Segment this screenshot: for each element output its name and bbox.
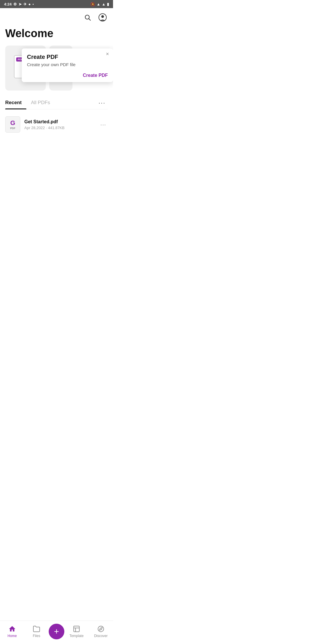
status-right: 🔕 ▲ ▲ ▮ xyxy=(90,2,109,6)
tab-recent[interactable]: Recent xyxy=(5,97,26,109)
svg-line-1 xyxy=(89,19,91,21)
status-left: 4:24 ⚙ ➤ ✈ ● ● xyxy=(4,2,34,6)
whatsapp-icon: ● xyxy=(28,2,31,6)
status-time: 4:24 xyxy=(4,2,12,6)
tab-all-pdfs[interactable]: All PDFs xyxy=(26,97,55,109)
profile-button[interactable] xyxy=(97,12,108,23)
wifi-icon: ▲ xyxy=(97,2,100,6)
file-list: G PDF Get Started.pdf Apr 28,2022 · 441.… xyxy=(0,109,113,140)
status-bar: 4:24 ⚙ ➤ ✈ ● ● 🔕 ▲ ▲ ▮ xyxy=(0,0,113,8)
battery-icon: ▮ xyxy=(107,2,109,6)
file-thumbnail: G PDF xyxy=(5,116,20,133)
tooltip-action-area: Create PDF xyxy=(27,73,108,78)
file-more-button[interactable]: ··· xyxy=(99,120,108,130)
file-thumb-type: PDF xyxy=(10,127,15,130)
send-slash-icon: ✈ xyxy=(23,2,27,6)
account-icon xyxy=(99,13,107,21)
tooltip-title: Create PDF xyxy=(27,54,108,60)
svg-point-3 xyxy=(101,15,104,18)
gear-icon: ⚙ xyxy=(13,2,17,6)
header xyxy=(0,8,113,24)
create-pdf-tooltip: × Create PDF Create your own PDF file Cr… xyxy=(22,48,113,82)
signal-icon: ▲ xyxy=(102,2,105,6)
send-icon: ➤ xyxy=(19,2,22,6)
welcome-section: Welcome xyxy=(0,24,113,46)
cards-row: PDF + × Create PDF Create your own PDF f… xyxy=(0,46,113,91)
welcome-title: Welcome xyxy=(5,27,108,40)
create-pdf-action-button[interactable]: Create PDF xyxy=(83,73,108,78)
tooltip-close-button[interactable]: × xyxy=(106,51,109,57)
bell-slash-icon: 🔕 xyxy=(90,2,95,6)
file-thumb-letter: G xyxy=(10,119,15,127)
dot-icon: ● xyxy=(32,3,34,6)
tabs-header: Recent All PDFs ··· xyxy=(5,97,108,109)
search-button[interactable] xyxy=(82,12,93,23)
tabs-more-button[interactable]: ··· xyxy=(96,98,108,108)
file-name: Get Started.pdf xyxy=(24,119,94,124)
file-meta: Apr 28,2022 · 441.87KB xyxy=(24,126,94,130)
table-row[interactable]: G PDF Get Started.pdf Apr 28,2022 · 441.… xyxy=(5,112,108,137)
search-icon xyxy=(84,14,91,21)
tabs-list: Recent All PDFs xyxy=(5,97,55,109)
file-info: Get Started.pdf Apr 28,2022 · 441.87KB xyxy=(24,119,94,130)
tabs-section: Recent All PDFs ··· xyxy=(0,91,113,109)
tooltip-description: Create your own PDF file xyxy=(27,62,108,67)
